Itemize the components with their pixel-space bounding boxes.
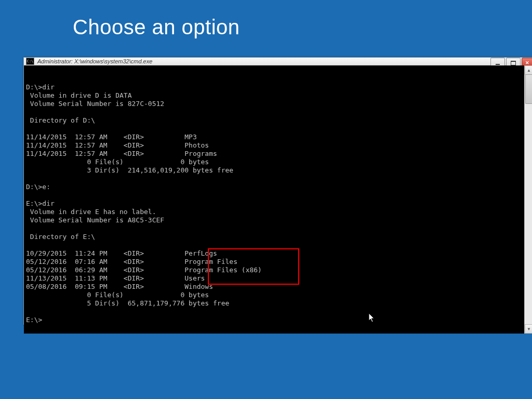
highlight-annotation: [208, 248, 299, 285]
close-icon: ✕: [525, 60, 529, 65]
scroll-up-button[interactable]: ▲: [525, 65, 532, 75]
cmd-sysmenu-icon[interactable]: C:\: [26, 58, 34, 65]
terminal-output[interactable]: D:\>dir Volume in drive D is DATA Volume…: [24, 65, 524, 334]
scrollbar-track[interactable]: [525, 74, 532, 325]
page-title: Choose an option: [73, 16, 240, 39]
minimize-icon: [496, 64, 500, 65]
vertical-scrollbar[interactable]: ▲ ▼: [524, 65, 532, 334]
window-titlebar[interactable]: C:\ Administrator: X:\windows\system32\c…: [24, 58, 532, 65]
cmd-window: C:\ Administrator: X:\windows\system32\c…: [23, 57, 532, 325]
window-title-text: Administrator: X:\windows\system32\cmd.e…: [37, 58, 152, 64]
maximize-icon: [511, 61, 516, 65]
window-client-area: D:\>dir Volume in drive D is DATA Volume…: [24, 65, 532, 334]
scroll-down-button[interactable]: ▼: [525, 324, 532, 334]
scrollbar-thumb[interactable]: [525, 74, 532, 104]
